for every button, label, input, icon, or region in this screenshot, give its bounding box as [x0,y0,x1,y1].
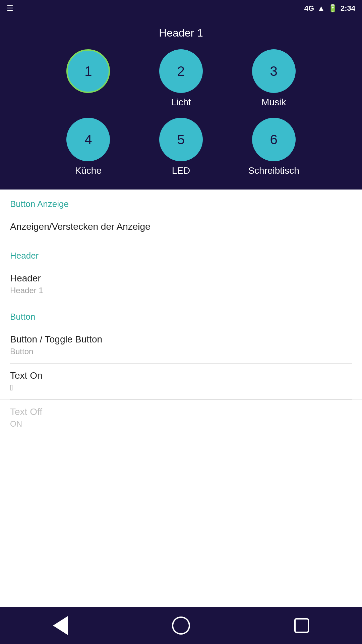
circle-item-5[interactable]: 5 LED [136,118,226,176]
circle-item-6[interactable]: 6 Schreibtisch [229,118,318,176]
list-item-anzeigen-title: Anzeigen/Verstecken der Anzeige [10,221,352,232]
nav-back-button[interactable] [47,612,74,639]
circle-button-2[interactable]: 2 [159,49,203,93]
circle-button-5[interactable]: 5 [159,118,203,161]
list-item-text-on[interactable]: Text On  [0,364,362,399]
list-item-text-off-subtitle: ON [10,419,352,429]
circle-button-6[interactable]: 6 [252,118,296,161]
back-icon [53,616,68,635]
header-panel: Header 1 1 2 Licht 3 Musik 4 Küche 5 LED [0,17,362,190]
battery-icon: 🔋 [328,4,337,13]
status-bar: ☰ 4G ▲ 🔋 2:34 [0,0,362,17]
circle-item-1[interactable]: 1 [44,49,133,108]
circle-button-3[interactable]: 3 [252,49,296,93]
settings-list: Button Anzeige Anzeigen/Verstecken der A… [0,190,362,607]
circle-label-2: Licht [171,97,191,108]
circle-label-6: Schreibtisch [248,165,299,176]
signal-icon: 4G [304,4,314,13]
section-header-header: Header [0,241,362,266]
list-item-text-off-title: Text Off [10,407,352,417]
home-icon [172,616,190,635]
signal-bars-icon: ▲ [317,4,325,13]
list-item-button-toggle-title: Button / Toggle Button [10,334,352,345]
nav-recent-button[interactable] [288,612,315,639]
circle-label-5: LED [172,165,190,176]
list-item-anzeigen[interactable]: Anzeigen/Verstecken der Anzeige [0,215,362,241]
circle-item-4[interactable]: 4 Küche [44,118,133,176]
section-header-button-anzeige: Button Anzeige [0,190,362,215]
list-item-text-on-subtitle:  [10,383,352,392]
list-item-button-toggle[interactable]: Button / Toggle Button Button [0,327,362,363]
circle-button-4[interactable]: 4 [66,118,110,161]
section-header-button: Button [0,302,362,327]
list-item-text-off[interactable]: Text Off ON [0,400,362,435]
list-item-header[interactable]: Header Header 1 [0,266,362,302]
list-item-header-title: Header [10,273,352,284]
circle-item-3[interactable]: 3 Musik [229,49,318,108]
time-display: 2:34 [341,4,355,13]
circles-grid: 1 2 Licht 3 Musik 4 Küche 5 LED 6 Schrei… [44,49,318,176]
circle-button-1[interactable]: 1 [66,49,110,93]
list-item-text-on-title: Text On [10,370,352,381]
nav-home-button[interactable] [168,612,194,639]
header-panel-title: Header 1 [159,27,203,39]
list-item-button-toggle-subtitle: Button [10,347,352,356]
nav-bar [0,607,362,644]
status-bar-left: ☰ [7,4,13,13]
recent-icon [294,618,309,633]
list-item-header-subtitle: Header 1 [10,286,352,295]
circle-label-4: Küche [75,165,102,176]
status-bar-right: 4G ▲ 🔋 2:34 [304,4,355,13]
circle-item-2[interactable]: 2 Licht [136,49,226,108]
notification-icon: ☰ [7,4,13,13]
circle-label-3: Musik [261,97,286,108]
